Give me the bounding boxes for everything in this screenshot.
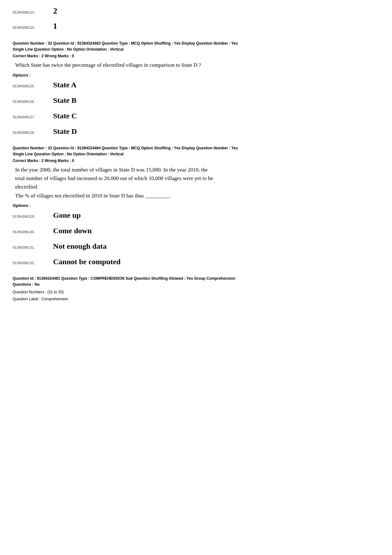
question-33-text: In the year 2000, the total number of vi… (13, 165, 379, 200)
question-32-options-label: Options : (13, 73, 379, 78)
option-text-91394396123: 2 (53, 6, 57, 16)
q33-option-2-text: Come down (53, 227, 92, 235)
comprehension-info: Question Numbers : (31 to 33) Question L… (13, 289, 379, 302)
option-id-91394396124: 91394396124. (13, 26, 51, 29)
q32-option-2: 91394396126. State B (13, 96, 379, 105)
question-32-meta-line2: Single Line Question Option : No Option … (13, 47, 124, 52)
q32-option-3: 91394396127. State C (13, 112, 379, 120)
q32-option-3-id: 91394396127. (13, 115, 51, 119)
q33-option-4-id: 91394396132. (13, 261, 51, 265)
question-33-options: 91394396129. Gone up 91394396130. Come d… (13, 211, 379, 266)
question-32-options: 91394396125. State A 91394396126. State … (13, 81, 379, 136)
option-id-91394396123: 91394396123. (13, 10, 51, 14)
q32-option-1: 91394396125. State A (13, 81, 379, 89)
top-options-section: 91394396123. 2 91394396124. 1 (13, 6, 379, 31)
q33-option-3-text: Not enough data (53, 242, 107, 251)
q32-option-1-text: State A (53, 81, 77, 89)
q33-text-line1: In the year 2000, the total number of vi… (15, 167, 208, 173)
q33-option-1-id: 91394396129. (13, 215, 51, 218)
question-32-block: Question Number : 32 Question Id : 91394… (13, 41, 379, 136)
q32-option-4-text: State D (53, 127, 77, 136)
question-32-text: Which State has twice the percentage of … (13, 61, 379, 69)
q33-text-line4: The % of villages not electrified in 201… (15, 193, 171, 199)
question-33-marks: Correct Marks : 2 Wrong Marks : 0 (13, 159, 379, 163)
q32-option-4-id: 91394396128. (13, 131, 51, 134)
question-32-marks: Correct Marks : 2 Wrong Marks : 0 (13, 54, 379, 58)
question-32-meta: Question Number : 32 Question Id : 91394… (13, 41, 379, 53)
q32-option-1-id: 91394396125. (13, 84, 51, 88)
q33-option-2: 91394396130. Come down (13, 227, 379, 235)
q32-option-4: 91394396128. State D (13, 127, 379, 136)
option-text-91394396124: 1 (53, 22, 57, 31)
question-33-block: Question Number : 33 Question Id : 91394… (13, 145, 379, 266)
q33-option-1-text: Gone up (53, 211, 81, 220)
q33-option-4: 91394396132. Cannot be computed (13, 258, 379, 266)
comprehension-meta-line2: Questions : No (13, 282, 40, 287)
top-option-1: 91394396123. 2 (13, 6, 379, 16)
q33-option-4-text: Cannot be computed (53, 258, 120, 266)
q33-text-line3: electrified. (15, 184, 38, 190)
q33-option-1: 91394396129. Gone up (13, 211, 379, 220)
q32-option-2-id: 91394396126. (13, 100, 51, 103)
q33-option-3: 91394396131. Not enough data (13, 242, 379, 251)
question-32-meta-line1: Question Number : 32 Question Id : 91394… (13, 41, 238, 46)
comprehension-meta: Question Id : 91394324481 Question Type … (13, 276, 379, 288)
question-33-meta: Question Number : 33 Question Id : 91394… (13, 145, 379, 157)
question-33-meta-line1: Question Number : 33 Question Id : 91394… (13, 146, 238, 150)
q33-option-2-id: 91394396130. (13, 230, 51, 234)
q32-option-2-text: State B (53, 96, 77, 105)
q33-text-line2: total number of villages had increased t… (15, 175, 213, 181)
comprehension-question-numbers: Question Numbers : (31 to 33) (13, 289, 379, 296)
comprehension-block: Question Id : 91394324481 Question Type … (13, 276, 379, 303)
q33-option-3-id: 91394396131. (13, 246, 51, 249)
question-33-options-label: Options : (13, 203, 379, 208)
top-option-2: 91394396124. 1 (13, 22, 379, 31)
q32-option-3-text: State C (53, 112, 77, 120)
comprehension-question-label: Question Label : Comprehension (13, 296, 379, 303)
question-33-meta-line2: Single Line Question Option : No Option … (13, 152, 124, 156)
comprehension-meta-line1: Question Id : 91394324481 Question Type … (13, 276, 236, 281)
